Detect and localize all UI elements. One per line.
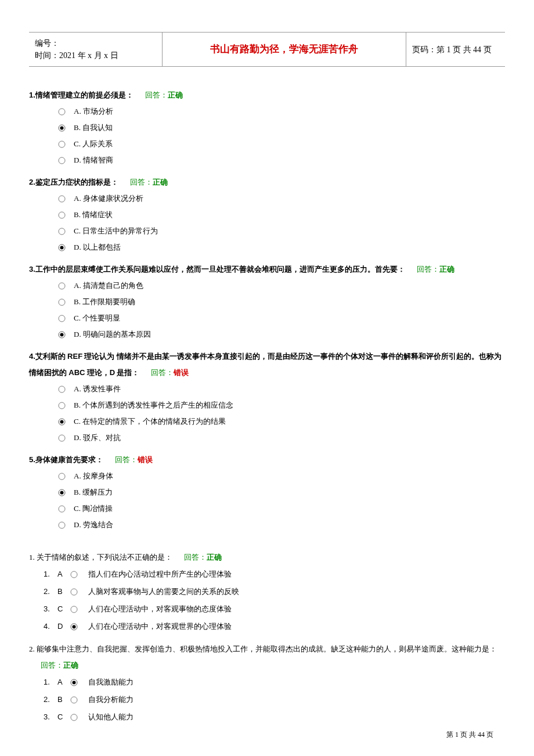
radio-unselected-icon[interactable]	[70, 696, 78, 704]
option-row[interactable]: 1.A指人们在内心活动过程中所产生的心理体验	[29, 566, 505, 583]
option-label: C. 个性要明显	[74, 310, 120, 326]
radio-unselected-icon[interactable]	[58, 505, 66, 513]
radio-selected-icon[interactable]	[58, 331, 66, 339]
radio-unselected-icon[interactable]	[58, 211, 66, 219]
option-letter: A	[57, 566, 70, 583]
radio-unselected-icon[interactable]	[58, 157, 66, 164]
option-row[interactable]: 2.B人脑对客观事物与人的需要之间的关系的反映	[29, 583, 505, 600]
option-row[interactable]: 2.B自我分析能力	[29, 691, 505, 708]
radio-unselected-icon[interactable]	[58, 228, 66, 235]
option-row[interactable]: 3.C认知他人能力	[29, 708, 505, 726]
option-row[interactable]: B. 情绪症状	[29, 207, 505, 223]
question-text: 身体健康首先要求：	[35, 455, 103, 464]
option-row[interactable]: A. 诱发性事件	[29, 381, 505, 397]
svg-point-9	[60, 246, 64, 249]
question-text-part: REF	[67, 352, 82, 361]
radio-selected-icon[interactable]	[70, 679, 78, 686]
radio-selected-icon[interactable]	[58, 124, 66, 132]
radio-selected-icon[interactable]	[58, 489, 66, 496]
option-label: D. 情绪智商	[74, 152, 113, 168]
option-row[interactable]: B. 自我认知	[29, 120, 505, 136]
option-row[interactable]: 3.C人们在心理活动中，对客观事物的态度体验	[29, 600, 505, 618]
radio-unselected-icon[interactable]	[58, 141, 66, 148]
option-row[interactable]: 4.D人们在心理活动中，对客观世界的心理体验	[29, 618, 505, 635]
svg-point-0	[59, 109, 65, 115]
radio-unselected-icon[interactable]	[58, 386, 66, 393]
radio-unselected-icon[interactable]	[58, 282, 66, 290]
option-row[interactable]: C. 在特定的情景下，个体的情绪及行为的结果	[29, 413, 505, 430]
question-text: 情绪管理建立的前提必须是：	[35, 91, 134, 99]
svg-point-23	[59, 506, 65, 512]
question-block: 2. 能够集中注意力、自我把握、发挥创造力、积极热情地投入工作，并能取得杰出的成…	[29, 641, 505, 726]
radio-unselected-icon[interactable]	[70, 606, 78, 613]
radio-selected-icon[interactable]	[58, 244, 66, 251]
option-label: 人们在心理活动中，对客观事物的态度体验	[88, 600, 232, 618]
option-letter: C	[57, 708, 70, 726]
option-row[interactable]: D. 明确问题的基本原因	[29, 326, 505, 343]
radio-unselected-icon[interactable]	[58, 473, 66, 480]
option-label: B. 工作限期要明确	[74, 294, 135, 310]
svg-point-14	[60, 333, 64, 336]
option-row[interactable]: D. 劳逸结合	[29, 517, 505, 533]
radio-selected-icon[interactable]	[70, 623, 78, 631]
option-label: 人脑对客观事物与人的需要之间的关系的反映	[88, 583, 239, 600]
radio-unselected-icon[interactable]	[58, 315, 66, 322]
question-heading: 2. 能够集中注意力、自我把握、发挥创造力、积极热情地投入工作，并能取得杰出的成…	[29, 641, 505, 674]
feedback-value: 正确	[168, 91, 183, 99]
option-row[interactable]: 1.A自我激励能力	[29, 674, 505, 691]
radio-selected-icon[interactable]	[58, 418, 66, 426]
option-row[interactable]: D. 以上都包括	[29, 239, 505, 255]
svg-point-11	[59, 299, 65, 305]
option-row[interactable]: C. 日常生活中的异常行为	[29, 223, 505, 239]
question-block: 1.情绪管理建立的前提必须是：回答：正确A. 市场分析B. 自我认知C. 人际关…	[29, 87, 505, 168]
svg-point-5	[59, 196, 65, 202]
option-row[interactable]: C. 个性要明显	[29, 310, 505, 326]
radio-unselected-icon[interactable]	[58, 521, 66, 529]
radio-unselected-icon[interactable]	[58, 298, 66, 306]
question-block: 1. 关于情绪的叙述，下列说法不正确的是：回答：正确1.A指人们在内心活动过程中…	[29, 549, 505, 635]
option-label: 指人们在内心活动过程中所产生的心理体验	[88, 566, 232, 583]
option-row[interactable]: D. 驳斥、对抗	[29, 430, 505, 446]
radio-unselected-icon[interactable]	[58, 402, 66, 409]
option-label: 自我分析能力	[88, 691, 134, 708]
option-row[interactable]: B. 工作限期要明确	[29, 294, 505, 310]
option-label: 人们在心理活动中，对客观世界的心理体验	[88, 618, 232, 635]
question-number: 1.	[29, 553, 37, 561]
option-row[interactable]: B. 缓解压力	[29, 484, 505, 501]
radio-unselected-icon[interactable]	[70, 588, 78, 596]
option-row[interactable]: C. 陶冶情操	[29, 501, 505, 517]
option-row[interactable]: C. 人际关系	[29, 136, 505, 152]
svg-point-7	[59, 228, 65, 235]
option-label: D. 以上都包括	[74, 239, 121, 255]
option-label: 自我激励能力	[88, 674, 134, 691]
svg-point-3	[59, 141, 65, 147]
option-label: B. 情绪症状	[74, 207, 113, 223]
svg-point-24	[59, 522, 65, 528]
radio-unselected-icon[interactable]	[70, 714, 78, 721]
question-text-part: ABC	[68, 368, 85, 377]
svg-point-32	[71, 697, 77, 703]
option-row[interactable]: B. 个体所遇到的诱发性事件之后产生的相应信念	[29, 397, 505, 413]
option-label: B. 自我认知	[74, 120, 113, 136]
option-label: C. 在特定的情景下，个体的情绪及行为的结果	[74, 413, 226, 430]
question-block: 3.工作中的层层束缚使工作关系问题难以应付，然而一旦处理不善就会堆积问题，进而产…	[29, 261, 505, 343]
option-row[interactable]: D. 情绪智商	[29, 152, 505, 168]
option-label: D. 明确问题的基本原因	[74, 326, 151, 343]
svg-point-31	[73, 681, 76, 684]
option-row[interactable]: A. 按摩身体	[29, 468, 505, 484]
option-row[interactable]: A. 市场分析	[29, 103, 505, 120]
option-row[interactable]: A. 身体健康状况分析	[29, 190, 505, 207]
radio-unselected-icon[interactable]	[70, 571, 78, 578]
option-index: 4.	[44, 618, 57, 635]
question-block: 2.鉴定压力症状的指标是：回答：正确A. 身体健康状况分析B. 情绪症状C. 日…	[29, 174, 505, 255]
radio-unselected-icon[interactable]	[58, 108, 66, 116]
svg-point-26	[71, 589, 77, 595]
option-row[interactable]: A. 搞清楚自己的角色	[29, 278, 505, 294]
feedback-label: 回答：	[145, 91, 168, 99]
option-index: 2.	[44, 583, 57, 600]
radio-unselected-icon[interactable]	[58, 195, 66, 203]
svg-point-19	[59, 435, 65, 441]
question-text-part: 艾利斯的	[35, 352, 67, 361]
radio-unselected-icon[interactable]	[58, 434, 66, 442]
svg-point-25	[71, 571, 77, 578]
